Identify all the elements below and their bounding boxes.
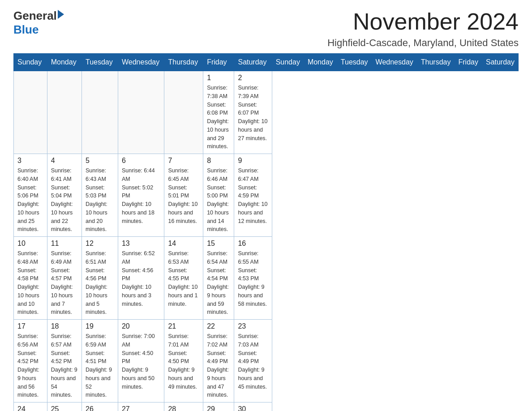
calendar-cell: 10Sunrise: 6:48 AMSunset: 4:58 PMDayligh… [14,237,47,320]
day-of-week-header: Thursday [417,54,455,71]
day-info: Sunrise: 6:44 AMSunset: 5:02 PMDaylight:… [122,167,161,225]
logo-blue: Blue [13,23,39,36]
day-number: 2 [238,74,268,82]
day-info: Sunrise: 6:54 AMSunset: 4:54 PMDaylight:… [207,249,230,317]
day-info: Sunrise: 6:41 AMSunset: 5:04 PMDaylight:… [51,167,78,234]
day-of-week-header: Saturday [482,54,518,71]
day-of-week-header: Friday [455,54,482,71]
location-title: Highfield-Cascade, Maryland, United Stat… [327,37,519,49]
day-number: 20 [122,322,161,330]
day-info: Sunrise: 7:01 AMSunset: 4:50 PMDaylight:… [168,332,199,391]
calendar-cell [82,71,118,154]
day-info: Sunrise: 7:38 AMSunset: 6:08 PMDaylight:… [207,84,230,151]
day-info: Sunrise: 6:47 AMSunset: 4:59 PMDaylight:… [238,167,268,225]
day-info: Sunrise: 6:45 AMSunset: 5:01 PMDaylight:… [168,167,199,225]
day-number: 30 [238,405,268,411]
logo-general: General [13,9,57,23]
calendar-cell: 11Sunrise: 6:49 AMSunset: 4:57 PMDayligh… [47,237,82,320]
day-of-week-header: Sunday [272,54,304,71]
day-number: 9 [238,157,268,165]
day-number: 25 [51,405,78,411]
calendar-week-row: 17Sunrise: 6:56 AMSunset: 4:52 PMDayligh… [14,320,519,402]
day-of-week-header: Saturday [234,54,272,71]
calendar-cell [164,71,203,154]
calendar-week-row: 24Sunrise: 7:04 AMSunset: 4:48 PMDayligh… [14,402,519,411]
day-info: Sunrise: 6:51 AMSunset: 4:56 PMDaylight:… [86,249,114,317]
calendar-table: SundayMondayTuesdayWednesdayThursdayFrid… [13,53,519,411]
day-number: 27 [122,405,161,411]
day-number: 15 [207,240,230,248]
calendar-cell: 21Sunrise: 7:01 AMSunset: 4:50 PMDayligh… [164,320,203,402]
calendar-cell: 2Sunrise: 7:39 AMSunset: 6:07 PMDaylight… [234,71,272,154]
day-number: 16 [238,240,268,248]
day-info: Sunrise: 7:02 AMSunset: 4:49 PMDaylight:… [207,332,230,399]
calendar-cell: 18Sunrise: 6:57 AMSunset: 4:52 PMDayligh… [47,320,82,402]
day-info: Sunrise: 6:43 AMSunset: 5:03 PMDaylight:… [86,167,114,234]
day-info: Sunrise: 7:00 AMSunset: 4:50 PMDaylight:… [122,332,161,391]
calendar-week-row: 3Sunrise: 6:40 AMSunset: 5:06 PMDaylight… [14,154,519,237]
calendar-cell: 15Sunrise: 6:54 AMSunset: 4:54 PMDayligh… [203,237,234,320]
calendar-cell: 29Sunrise: 7:09 AMSunset: 4:46 PMDayligh… [203,402,234,411]
calendar-cell: 26Sunrise: 7:06 AMSunset: 4:47 PMDayligh… [82,402,118,411]
day-number: 5 [86,157,114,165]
day-number: 8 [207,157,230,165]
calendar-cell: 7Sunrise: 6:45 AMSunset: 5:01 PMDaylight… [164,154,203,237]
calendar-cell: 6Sunrise: 6:44 AMSunset: 5:02 PMDaylight… [118,154,164,237]
day-number: 3 [17,157,43,165]
day-number: 10 [17,240,43,248]
calendar-cell [14,71,47,154]
title-block: November 2024 Highfield-Cascade, Marylan… [327,9,519,49]
day-number: 17 [17,322,43,330]
calendar-week-row: 1Sunrise: 7:38 AMSunset: 6:08 PMDaylight… [14,71,519,154]
calendar-cell: 4Sunrise: 6:41 AMSunset: 5:04 PMDaylight… [47,154,82,237]
day-number: 6 [122,157,161,165]
day-number: 12 [86,240,114,248]
day-info: Sunrise: 6:48 AMSunset: 4:58 PMDaylight:… [17,249,43,317]
day-of-week-header: Sunday [14,54,47,71]
day-info: Sunrise: 6:53 AMSunset: 4:55 PMDaylight:… [168,249,199,308]
calendar-cell: 1Sunrise: 7:38 AMSunset: 6:08 PMDaylight… [203,71,234,154]
day-info: Sunrise: 6:40 AMSunset: 5:06 PMDaylight:… [17,167,43,234]
calendar-cell: 14Sunrise: 6:53 AMSunset: 4:55 PMDayligh… [164,237,203,320]
calendar-cell: 28Sunrise: 7:08 AMSunset: 4:46 PMDayligh… [164,402,203,411]
calendar-cell: 8Sunrise: 6:46 AMSunset: 5:00 PMDaylight… [203,154,234,237]
day-of-week-header: Friday [203,54,234,71]
day-info: Sunrise: 6:56 AMSunset: 4:52 PMDaylight:… [17,332,43,399]
day-info: Sunrise: 6:57 AMSunset: 4:52 PMDaylight:… [51,332,78,399]
calendar-cell: 22Sunrise: 7:02 AMSunset: 4:49 PMDayligh… [203,320,234,402]
logo-arrow-icon [58,10,64,19]
day-of-week-header: Monday [47,54,82,71]
day-number: 11 [51,240,78,248]
day-of-week-header: Tuesday [337,54,372,71]
day-info: Sunrise: 6:49 AMSunset: 4:57 PMDaylight:… [51,249,78,317]
calendar-cell: 30Sunrise: 7:10 AMSunset: 4:46 PMDayligh… [234,402,272,411]
calendar-cell: 16Sunrise: 6:55 AMSunset: 4:53 PMDayligh… [234,237,272,320]
calendar-cell: 25Sunrise: 7:05 AMSunset: 4:48 PMDayligh… [47,402,82,411]
calendar-week-row: 10Sunrise: 6:48 AMSunset: 4:58 PMDayligh… [14,237,519,320]
day-number: 19 [86,322,114,330]
day-number: 21 [168,322,199,330]
month-title: November 2024 [327,9,519,34]
day-of-week-header: Wednesday [118,54,164,71]
calendar-cell [118,71,164,154]
calendar-cell [47,71,82,154]
day-of-week-header: Monday [304,54,337,71]
calendar-cell: 3Sunrise: 6:40 AMSunset: 5:06 PMDaylight… [14,154,47,237]
day-number: 24 [17,405,43,411]
day-number: 7 [168,157,199,165]
calendar-cell: 13Sunrise: 6:52 AMSunset: 4:56 PMDayligh… [118,237,164,320]
day-number: 26 [86,405,114,411]
day-number: 28 [168,405,199,411]
day-of-week-header: Thursday [164,54,203,71]
day-number: 22 [207,322,230,330]
day-of-week-header: Tuesday [82,54,118,71]
calendar-cell: 27Sunrise: 7:07 AMSunset: 4:47 PMDayligh… [118,402,164,411]
day-info: Sunrise: 6:52 AMSunset: 4:56 PMDaylight:… [122,249,161,308]
calendar-cell: 19Sunrise: 6:59 AMSunset: 4:51 PMDayligh… [82,320,118,402]
calendar-cell: 20Sunrise: 7:00 AMSunset: 4:50 PMDayligh… [118,320,164,402]
calendar-cell: 24Sunrise: 7:04 AMSunset: 4:48 PMDayligh… [14,402,47,411]
day-info: Sunrise: 6:46 AMSunset: 5:00 PMDaylight:… [207,167,230,234]
calendar-header-row: SundayMondayTuesdayWednesdayThursdayFrid… [14,54,519,71]
day-number: 23 [238,322,268,330]
day-info: Sunrise: 6:59 AMSunset: 4:51 PMDaylight:… [86,332,114,399]
